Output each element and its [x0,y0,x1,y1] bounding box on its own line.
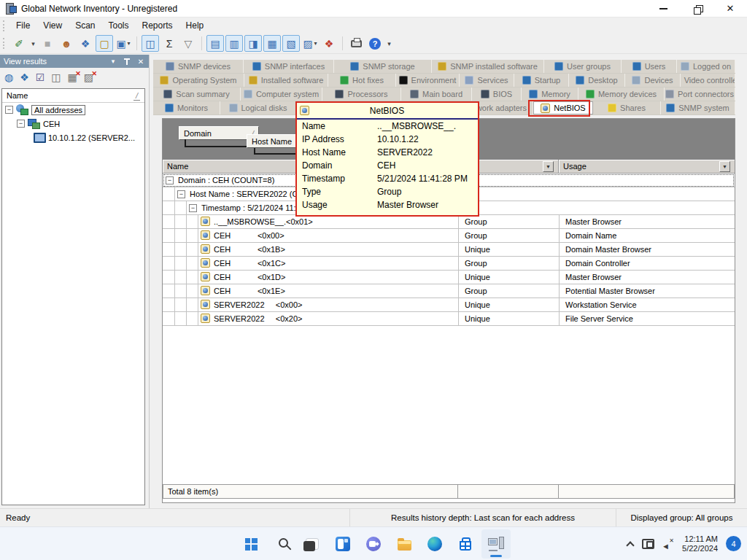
tab-startup[interactable]: Startup [514,74,569,87]
tree-item-10-10-1-22-server2[interactable]: 10.10.1.22 (SERVER2... [2,131,144,144]
scan-log-icon[interactable]: ☑ [36,72,45,82]
computers-list-icon[interactable]: ▣ [115,35,132,52]
table-row[interactable]: SERVER2022 <0x00>UniqueWorkstation Servi… [163,298,735,312]
menu-scan[interactable]: Scan [69,18,101,33]
menu-reports[interactable]: Reports [136,18,179,33]
new-view-icon[interactable]: ▢ [96,35,113,52]
stop-scan-icon[interactable]: ■ [39,35,56,52]
tree-item-ceh[interactable]: CEH [2,117,144,131]
panel-close-icon[interactable] [136,57,145,66]
taskbar-file-explorer-icon[interactable] [390,529,419,559]
group-expander-icon[interactable] [177,190,185,198]
taskbar-gni-app-icon[interactable] [481,529,511,559]
group-expander-icon[interactable] [189,204,197,212]
tab-users[interactable]: Users [622,60,677,73]
tree-column-header[interactable]: Name [2,89,144,103]
help-icon[interactable]: ? [366,35,384,52]
refresh-scan-icon[interactable]: ◍ [4,72,13,82]
tab-logged-on[interactable]: Logged on [677,60,735,73]
network-status-icon[interactable] [642,539,654,548]
tab-hot-fixes[interactable]: Hot fixes [328,74,396,87]
toolbar-grip[interactable] [3,20,7,31]
tab-snmp-installed-software[interactable]: SNMP installed software [432,60,544,73]
table-row[interactable]: CEH <0x1C>GroupDomain Controller [163,257,735,271]
tab-memory[interactable]: Memory [522,88,578,101]
delete-results-icon[interactable]: ▨✕ [84,72,93,82]
view-grid-icon[interactable]: ▧ [282,35,300,52]
menu-help[interactable]: Help [179,18,211,33]
taskbar-start-icon[interactable] [236,529,266,559]
scan-options-dropdown-icon[interactable]: ▾ [29,35,37,52]
taskbar-edge-icon[interactable] [420,529,449,559]
scan-wizard-icon[interactable]: ✐ [10,35,28,52]
summary-icon[interactable]: Σ [160,35,178,52]
tab-installed-software[interactable]: Installed software [244,74,328,87]
tab-snmp-system[interactable]: SNMP system [661,101,735,114]
column-header-usage[interactable]: Usage [559,160,735,173]
tab-monitors[interactable]: Monitors [153,101,220,114]
table-row[interactable]: SERVER2022 <0x20>UniqueFile Server Servi… [163,312,735,326]
view-report-icon[interactable]: ▦ [263,35,281,52]
toolbar-overflow-icon[interactable]: ▾ [385,35,393,52]
pin-icon[interactable] [123,57,131,66]
taskbar-search-icon[interactable] [267,529,296,559]
customize-colors-icon[interactable]: ❖ [320,35,338,52]
tab-processors[interactable]: Processors [322,88,401,101]
tab-desktop[interactable]: Desktop [569,74,625,87]
tray-chevron-icon[interactable] [627,540,634,548]
tab-logical-disks[interactable]: Logical disks [220,101,296,114]
split-window-icon[interactable]: ◫ [142,35,159,52]
tab-snmp-storage[interactable]: SNMP storage [334,60,432,73]
menu-tools[interactable]: Tools [102,18,136,33]
view-bottom-pane-icon[interactable]: ▥ [225,35,243,52]
menu-file[interactable]: File [9,18,36,33]
taskbar-clock[interactable]: 12:11 AM 5/22/2024 [682,534,718,553]
filter-dropdown-icon[interactable] [719,161,730,172]
group-expander-icon[interactable] [166,176,174,184]
table-row[interactable]: CEH <0x1B>UniqueDomain Master Browser [163,243,735,257]
notification-badge[interactable]: 4 [726,536,741,551]
tab-computer-system[interactable]: Computer system [241,88,322,101]
tab-video-controllers[interactable]: Video controllers [681,74,735,87]
tree-expander-icon[interactable] [17,120,25,128]
view-top-pane-icon[interactable]: ▤ [206,35,224,52]
tab-operating-system[interactable]: Operating System [153,74,244,87]
tab-bios[interactable]: BIOS [472,88,522,101]
tab-memory-devices[interactable]: Memory devices [578,88,665,101]
panel-menu-icon[interactable] [109,57,117,66]
tab-port-connectors[interactable]: Port connectors [665,88,735,101]
table-row[interactable]: CEH <0x1D>UniqueMaster Browser [163,271,735,284]
tab-snmp-devices[interactable]: SNMP devices [153,60,244,73]
tab-user-groups[interactable]: User groups [544,60,622,73]
tab-shares[interactable]: Shares [593,101,661,114]
table-row[interactable]: ..__MSBROWSE__.<0x01>GroupMaster Browser [163,215,735,229]
table-row[interactable]: CEH <0x00>GroupDomain Name [163,229,735,243]
user-permissions-icon[interactable]: ☻ [58,35,75,52]
restore-button[interactable] [680,0,713,17]
filter-dropdown-icon[interactable] [543,161,554,172]
menu-view[interactable]: View [36,18,69,33]
group-computers-icon[interactable]: ❖ [20,72,29,82]
grid-style-icon[interactable]: ▨ [301,35,319,52]
close-button[interactable] [713,0,747,17]
minimize-button[interactable] [646,0,680,17]
tab-environment[interactable]: Environment [396,74,460,87]
print-icon[interactable] [347,35,365,52]
tab-services[interactable]: Services [460,74,514,87]
volume-muted-icon[interactable] [662,539,674,548]
taskbar-task-view-icon[interactable] [298,529,327,559]
tab-scan-summary[interactable]: Scan summary [153,88,241,101]
columns-icon[interactable]: ◫ [51,72,61,82]
view-window-icon[interactable]: ◨ [244,35,262,52]
tree-expander-icon[interactable] [5,106,13,114]
taskbar-chat-icon[interactable] [359,529,388,559]
tab-snmp-interfaces[interactable]: SNMP interfaces [244,60,334,73]
tab-devices[interactable]: Devices [625,74,681,87]
table-row[interactable]: CEH <0x1E>GroupPotential Master Browser [163,284,735,298]
tab-main-board[interactable]: Main board [401,88,472,101]
filter-icon[interactable]: ▽ [179,35,197,52]
taskbar-store-icon[interactable] [451,529,480,559]
tree-item-all-addresses[interactable]: All addresses [2,103,144,117]
taskbar-widgets-icon[interactable] [328,529,357,559]
toolbar-grip[interactable] [3,38,7,49]
